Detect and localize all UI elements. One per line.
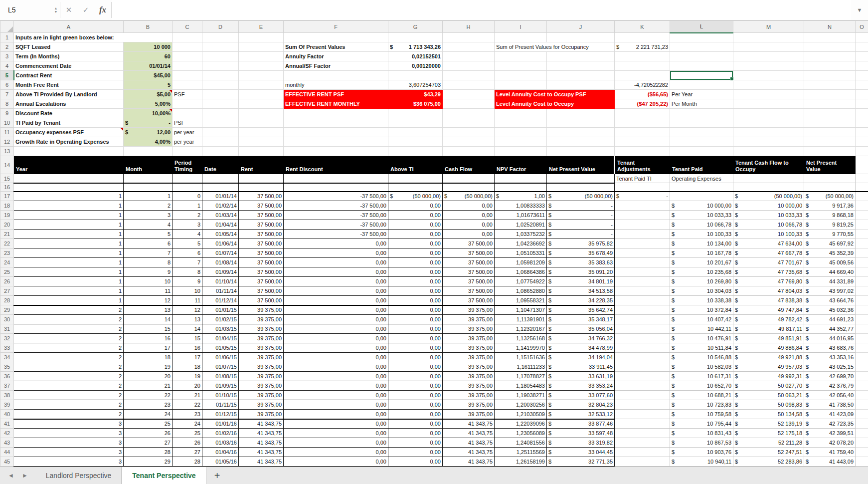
- cell-J4[interactable]: [547, 61, 615, 71]
- cell-D7[interactable]: [202, 90, 239, 99]
- row-header-44[interactable]: 44: [0, 448, 14, 457]
- cell-O34[interactable]: [856, 353, 868, 362]
- cell-H25[interactable]: 37 500,00: [443, 267, 495, 277]
- cell-O27[interactable]: [856, 286, 868, 296]
- cell-D2[interactable]: [202, 42, 239, 52]
- cell-D42[interactable]: 01/02/16: [202, 429, 239, 438]
- cell-D27[interactable]: 01/11/14: [202, 286, 239, 296]
- cell-O4[interactable]: [856, 61, 868, 71]
- cell-M27[interactable]: $47 804,03: [733, 286, 804, 296]
- cell-H19[interactable]: 0,00: [443, 211, 495, 220]
- cell-B5[interactable]: $45,00: [124, 71, 173, 80]
- cell-I37[interactable]: 1,18054483: [495, 381, 547, 391]
- cell-C9[interactable]: [173, 109, 202, 118]
- cell-I44[interactable]: 1,25115569: [495, 448, 547, 457]
- cell-C45[interactable]: 28: [173, 457, 202, 467]
- cell-H5[interactable]: [443, 71, 495, 80]
- cell-D31[interactable]: 01/03/15: [202, 324, 239, 334]
- cell-G26[interactable]: 0,00: [388, 277, 443, 286]
- cell-L44[interactable]: $10 903,76: [670, 448, 733, 457]
- cell-J6[interactable]: [547, 80, 615, 90]
- cell-C22[interactable]: 5: [173, 239, 202, 248]
- cell-N27[interactable]: $43 997,02: [804, 286, 856, 296]
- cell-E35[interactable]: 39 375,00: [239, 362, 284, 372]
- cell-B43[interactable]: 27: [124, 438, 173, 448]
- cell-E17[interactable]: 37 500,00: [239, 192, 284, 201]
- cell-G8[interactable]: $36 075,00: [388, 99, 443, 109]
- cell-L2[interactable]: [670, 42, 733, 52]
- sheet-tab-landlord-perspective[interactable]: Landlord Perspective: [36, 467, 122, 484]
- cell-D16[interactable]: [202, 183, 239, 192]
- cell-O18[interactable]: [856, 201, 868, 211]
- cell-B33[interactable]: 17: [124, 343, 173, 353]
- cell-A35[interactable]: 2: [14, 362, 124, 372]
- column-header-L[interactable]: L: [670, 21, 733, 33]
- cell-F19[interactable]: -37 500,00: [284, 211, 388, 220]
- cell-G36[interactable]: 0,00: [388, 372, 443, 381]
- cell-L30[interactable]: $10 407,42: [670, 315, 733, 324]
- cell-L4[interactable]: [670, 61, 733, 71]
- cell-C11[interactable]: per year: [173, 128, 202, 137]
- cell-O36[interactable]: [856, 372, 868, 381]
- cell-M19[interactable]: $10 033,33: [733, 211, 804, 220]
- cell-D10[interactable]: [202, 118, 239, 128]
- cell-A21[interactable]: 1: [14, 230, 124, 239]
- cell-G42[interactable]: 0,00: [388, 429, 443, 438]
- cell-G41[interactable]: 0,00: [388, 419, 443, 429]
- cell-B21[interactable]: 5: [124, 230, 173, 239]
- cell-K9[interactable]: [615, 109, 670, 118]
- cell-E16[interactable]: [239, 183, 284, 192]
- cell-L14[interactable]: Tenant Paid: [670, 156, 733, 174]
- cell-A37[interactable]: 2: [14, 381, 124, 391]
- cell-D40[interactable]: 01/12/15: [202, 410, 239, 419]
- row-header-43[interactable]: 43: [0, 438, 14, 448]
- cell-M15[interactable]: [733, 174, 804, 183]
- formula-bar-expand-icon[interactable]: ▼: [851, 0, 868, 20]
- cell-L15[interactable]: Operating Expenses: [670, 174, 733, 183]
- cell-B29[interactable]: 13: [124, 305, 173, 315]
- cell-C14[interactable]: Period Timing: [173, 156, 202, 174]
- cell-J28[interactable]: $34 228,35: [547, 296, 615, 305]
- cell-I9[interactable]: [495, 109, 547, 118]
- cell-C16[interactable]: [173, 183, 202, 192]
- cell-M34[interactable]: $49 921,88: [733, 353, 804, 362]
- cell-H28[interactable]: 37 500,00: [443, 296, 495, 305]
- cell-D30[interactable]: 01/02/15: [202, 315, 239, 324]
- cell-K7[interactable]: ($56,65): [615, 90, 670, 99]
- cell-I17[interactable]: $1,00: [495, 192, 547, 201]
- cell-O32[interactable]: [856, 334, 868, 343]
- cell-M1[interactable]: [733, 33, 804, 42]
- cell-L16[interactable]: [670, 183, 733, 192]
- cell-L29[interactable]: $10 372,84: [670, 305, 733, 315]
- row-header-21[interactable]: 21: [0, 230, 14, 239]
- cell-F21[interactable]: -37 500,00: [284, 230, 388, 239]
- cell-F6[interactable]: monthly: [284, 80, 388, 90]
- row-header-42[interactable]: 42: [0, 429, 14, 438]
- tab-scroll-left-icon[interactable]: ◄: [8, 472, 14, 479]
- cell-G10[interactable]: [388, 118, 443, 128]
- cell-F2[interactable]: Sum Of Present Values: [284, 42, 388, 52]
- cell-L40[interactable]: $10 759,58: [670, 410, 733, 419]
- cell-A7[interactable]: Above TI Provided By Landlord: [14, 90, 124, 99]
- cell-H13[interactable]: [443, 147, 495, 156]
- cell-O37[interactable]: [856, 381, 868, 391]
- cell-M4[interactable]: [733, 61, 804, 71]
- cell-K22[interactable]: [615, 239, 670, 248]
- cell-F9[interactable]: [284, 109, 388, 118]
- cell-N30[interactable]: $44 691,23: [804, 315, 856, 324]
- cell-K29[interactable]: [615, 305, 670, 315]
- cell-M26[interactable]: $47 769,80: [733, 277, 804, 286]
- cell-G37[interactable]: 0,00: [388, 381, 443, 391]
- cell-K30[interactable]: [615, 315, 670, 324]
- cell-K13[interactable]: [615, 147, 670, 156]
- enter-icon[interactable]: ✓: [77, 0, 94, 20]
- cell-F23[interactable]: 0,00: [284, 248, 388, 258]
- cell-B26[interactable]: 10: [124, 277, 173, 286]
- cell-A19[interactable]: 1: [14, 211, 124, 220]
- cell-M42[interactable]: $52 175,18: [733, 429, 804, 438]
- cell-C41[interactable]: 24: [173, 419, 202, 429]
- cell-F8[interactable]: EFFECTIVE RENT MONTHLY: [284, 99, 388, 109]
- cell-F36[interactable]: 0,00: [284, 372, 388, 381]
- cell-F1[interactable]: [284, 33, 388, 42]
- cell-F4[interactable]: Annual/SF Factor: [284, 61, 388, 71]
